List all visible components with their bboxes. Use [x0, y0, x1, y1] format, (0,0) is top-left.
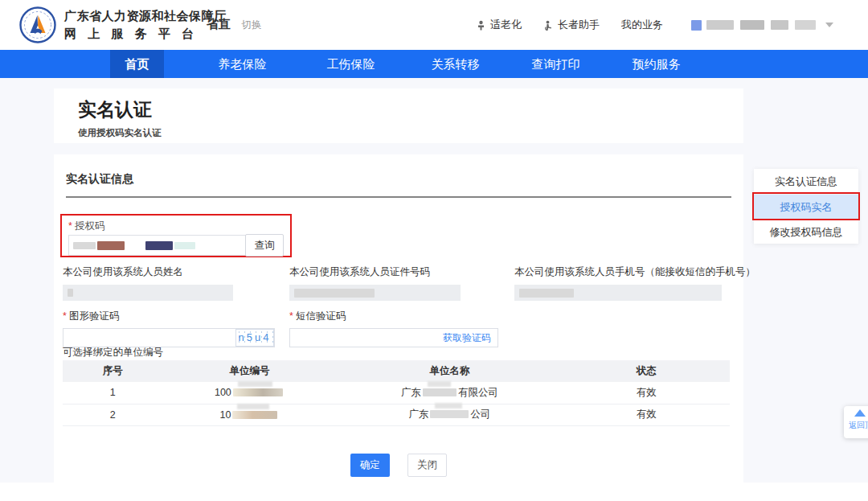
annotation-box-auth-code: *授权码 查询 [60, 214, 292, 257]
cell-seq: 2 [63, 404, 163, 425]
unit-no-redacted [232, 411, 277, 419]
nav-tab-query-print[interactable]: 查询打印 [506, 50, 606, 78]
section-title: 实名认证信息 [66, 172, 731, 198]
auth-code-value-redacted [174, 242, 195, 249]
page-subtitle: 使用授权码实名认证 [78, 127, 743, 139]
query-button[interactable]: 查询 [245, 234, 284, 257]
person-phone-value-redacted [519, 289, 574, 298]
page-title: 实名认证 [78, 97, 743, 122]
get-sms-code-link[interactable]: 获取验证码 [443, 329, 491, 347]
graphic-captcha-field: *图形验证码 n5u4 [63, 310, 275, 347]
screen: 广东省人力资源和社会保障厅 网 上 服 务 平 台 省直 切换 适老化 长者助手… [0, 0, 868, 501]
required-mark: * [289, 310, 293, 322]
top-header: 广东省人力资源和社会保障厅 网 上 服 务 平 台 省直 切换 适老化 长者助手… [0, 0, 868, 50]
required-mark: * [63, 310, 67, 322]
my-business-link[interactable]: 我的业务 [621, 18, 663, 32]
person-id-field: 本公司使用该系统人员证件号码 [289, 265, 461, 301]
auth-code-label: *授权码 [68, 220, 104, 233]
table-row[interactable]: 2 10 广东公司 有效 [63, 404, 730, 425]
main-nav: 首页 养老保险 工伤保险 关系转移 查询打印 预约服务 [0, 50, 868, 78]
platform-name: 网 上 服 务 平 台 [64, 27, 227, 42]
cell-status: 有效 [563, 382, 730, 404]
col-unit-no: 单位编号 [163, 360, 337, 382]
graphic-captcha-input[interactable]: n5u4 [63, 328, 275, 347]
person-phone-field: 本公司使用该系统人员手机号（能接收短信的手机号） [514, 265, 780, 301]
unit-table-header-row: 序号 单位编号 单位名称 状态 [63, 360, 730, 382]
user-name-redacted [771, 20, 788, 30]
unit-table-caption: 可选择绑定的单位编号 [63, 346, 163, 359]
auth-code-value-redacted [73, 242, 96, 249]
person-name-value-redacted [68, 289, 73, 297]
user-name-redacted [706, 20, 734, 30]
person-id-input [289, 285, 461, 301]
header-links: 适老化 长者助手 我的业务 [476, 0, 833, 50]
nav-tab-transfer[interactable]: 关系转移 [405, 50, 506, 78]
org-logo-icon [19, 6, 56, 43]
side-item-realname-info[interactable]: 实名认证信息 [754, 169, 858, 194]
auth-form-card: 实名认证信息 *授权码 查询 本公司使用该系统人员 [54, 154, 743, 483]
nav-tab-pension[interactable]: 养老保险 [188, 50, 297, 78]
elder-mode-link[interactable]: 适老化 [476, 18, 522, 32]
person-name-label: 本公司使用该系统人员姓名 [63, 265, 233, 279]
auth-code-input[interactable] [68, 235, 246, 256]
auth-code-value-redacted [145, 241, 173, 250]
person-id-value-redacted [294, 289, 375, 298]
person-id-label: 本公司使用该系统人员证件号码 [289, 265, 461, 279]
user-name-redacted [795, 20, 816, 30]
cell-status: 有效 [563, 404, 730, 425]
confirm-button[interactable]: 确定 [350, 454, 390, 477]
side-menu: 实名认证信息 授权码实名 修改授权码信息 [754, 169, 858, 244]
sms-code-input[interactable]: 获取验证码 [289, 328, 498, 347]
elder-helper-label: 长者助手 [558, 18, 600, 32]
person-phone-label: 本公司使用该系统人员手机号（能接收短信的手机号） [514, 265, 780, 279]
back-to-top-button[interactable]: 返回顶部 [844, 406, 868, 438]
region-block: 省直 切换 [207, 17, 261, 32]
my-business-label: 我的业务 [621, 18, 663, 32]
cell-unit-name: 广东有限公司 [336, 382, 563, 404]
close-button[interactable]: 关闭 [407, 454, 447, 477]
up-triangle-icon [854, 409, 866, 417]
side-item-authcode-realname[interactable]: 授权码实名 [754, 194, 858, 219]
org-title-block: 广东省人力资源和社会保障厅 网 上 服 务 平 台 [64, 9, 227, 42]
table-row[interactable]: 1 100 广东有限公司 有效 [63, 382, 730, 404]
graphic-captcha-label: *图形验证码 [63, 310, 275, 323]
required-mark: * [68, 220, 72, 232]
elder-helper-icon [543, 20, 554, 31]
captcha-image[interactable]: n5u4 [235, 329, 274, 347]
unit-no-redacted [233, 388, 283, 396]
back-to-top-label: 返回顶部 [849, 420, 868, 431]
user-avatar-redacted [691, 20, 702, 31]
person-phone-input [514, 285, 722, 301]
sms-code-label: *短信验证码 [289, 310, 498, 323]
unit-table: 序号 单位编号 单位名称 状态 1 100 广东有限公司 [63, 360, 730, 426]
col-status: 状态 [563, 360, 730, 382]
auth-code-value-redacted [97, 241, 125, 250]
auth-code-row: 查询 [68, 235, 284, 257]
elder-mode-icon [476, 20, 486, 31]
chevron-down-icon [825, 23, 833, 27]
region-name: 省直 [207, 17, 231, 31]
col-seq: 序号 [63, 360, 163, 382]
region-switch-link[interactable]: 切换 [241, 19, 261, 31]
page-background: 实名认证 使用授权码实名认证 实名认证信息 *授权码 查询 [0, 78, 868, 483]
cell-unit-name: 广东公司 [336, 404, 563, 425]
cell-unit-no: 100 [163, 382, 337, 404]
person-name-field: 本公司使用该系统人员姓名 [63, 265, 233, 301]
form-buttons-row: 确定 关闭 [54, 454, 743, 477]
col-unit-name: 单位名称 [336, 360, 563, 382]
elder-mode-label: 适老化 [490, 18, 522, 32]
nav-tab-injury[interactable]: 工伤保险 [297, 50, 405, 78]
page-title-card: 实名认证 使用授权码实名认证 [54, 88, 743, 143]
sms-code-field: *短信验证码 获取验证码 [289, 310, 498, 347]
org-name: 广东省人力资源和社会保障厅 [64, 9, 227, 24]
user-name-redacted [740, 20, 764, 30]
person-name-input [63, 285, 233, 301]
elder-helper-link[interactable]: 长者助手 [543, 18, 600, 32]
nav-tab-appointment[interactable]: 预约服务 [606, 50, 706, 78]
side-item-modify-authcode[interactable]: 修改授权码信息 [754, 219, 858, 244]
nav-tab-home[interactable]: 首页 [110, 50, 164, 78]
unit-name-redacted [430, 410, 469, 418]
cell-seq: 1 [63, 382, 163, 404]
user-account-dropdown[interactable] [691, 20, 833, 31]
cell-unit-no: 10 [163, 404, 337, 425]
